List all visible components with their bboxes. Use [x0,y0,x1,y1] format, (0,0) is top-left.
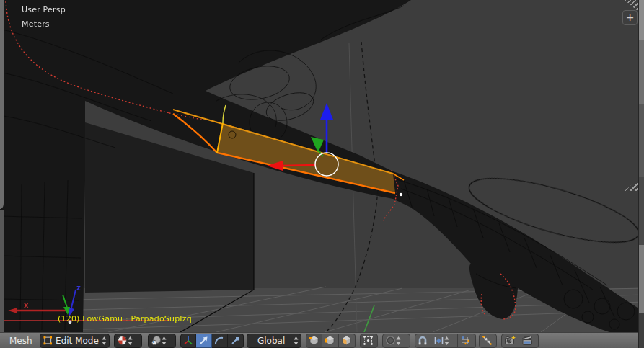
snap-group [415,334,476,348]
edge-select-button[interactable] [322,334,339,348]
render-group [501,334,539,348]
unit-label: Meters [22,19,50,29]
rotate-manipulator-button[interactable] [212,334,228,348]
translate-manipulator-button[interactable] [196,334,212,348]
axis-z-label: z [76,284,81,292]
dropdown-arrows-icon [294,336,299,346]
occlude-geometry-button[interactable] [360,334,378,348]
vertex-select-icon [309,335,319,346]
rotate-icon [214,336,224,346]
snap-element-dropdown[interactable] [431,334,458,348]
opengl-anim-icon [521,335,534,346]
manipulator-group [180,334,244,348]
orientation-value: Global [250,336,294,346]
opengl-render-button[interactable] [501,334,519,348]
mode-value: Edit Mode [53,336,102,346]
snap-increment-icon [433,336,444,346]
active-element-info: (120) LowGamu : ParpadoSupIzq [58,314,192,324]
face-select-button[interactable] [339,334,356,348]
dropdown-arrows-icon [444,336,449,346]
scale-manipulator-button[interactable] [228,334,244,348]
select-mode-group [306,334,356,348]
viewport-scene [0,0,644,332]
dropdown-arrows-icon [102,336,107,346]
proportional-edit-icon [385,335,396,346]
adjacent-editor-edge [638,0,644,348]
left-editor-edge [0,0,4,332]
manipulator-z-arrow[interactable] [320,103,333,120]
snap-target-button[interactable] [458,334,476,348]
edge-select-icon [325,335,335,346]
dropdown-arrows-icon [396,336,401,346]
center-points-button[interactable] [479,334,497,348]
viewport-header: Mesh Edit Mode [0,332,638,348]
snap-toggle-button[interactable] [415,334,431,348]
snap-magnet-icon [418,336,428,346]
snap-target-icon [460,335,471,346]
blender-window: User Persp Meters (120) LowGamu : Parpad… [0,0,644,348]
face-select-icon [341,335,352,346]
dropdown-arrows-icon [128,336,133,346]
dropdown-arrows-icon [162,336,167,346]
manipulator-toggle-button[interactable] [180,334,196,348]
proportional-edit-dropdown[interactable] [382,334,410,348]
orientation-dropdown[interactable]: Global [247,334,301,348]
editmode-icon [43,335,53,346]
scale-icon [230,336,240,346]
center-points-icon [482,335,493,346]
viewport-shading-dropdown[interactable] [114,334,142,348]
axis-x-label: x [24,301,28,309]
view-name-label: User Persp [22,5,66,14]
pivot-point-dropdown[interactable] [148,334,176,348]
occlude-geometry-icon [363,335,374,346]
expand-panel-button[interactable]: + [622,10,638,25]
pivot-point-icon [151,335,162,346]
translate-icon [198,336,208,346]
mode-dropdown[interactable]: Edit Mode [40,334,110,348]
mesh-menu[interactable]: Mesh [9,336,32,346]
3d-viewport[interactable]: User Persp Meters (120) LowGamu : Parpad… [0,0,644,332]
manipulator-axes-icon [183,335,193,346]
vertex-select-button[interactable] [306,334,322,348]
viewport-shading-icon [117,335,128,346]
opengl-anim-button[interactable] [519,334,539,348]
opengl-render-icon [504,335,516,346]
